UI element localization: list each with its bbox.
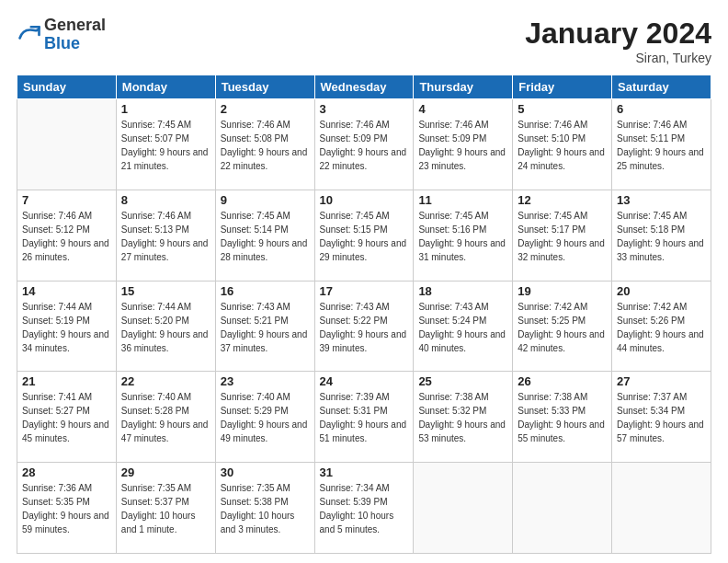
sunset-text: Sunset: 5:08 PM bbox=[221, 133, 289, 144]
sunrise-text: Sunrise: 7:42 AM bbox=[518, 302, 587, 312]
sunset-text: Sunset: 5:16 PM bbox=[418, 224, 486, 235]
day-info: Sunrise: 7:42 AM Sunset: 5:26 PM Dayligh… bbox=[617, 300, 706, 355]
sunset-text: Sunset: 5:25 PM bbox=[518, 316, 586, 326]
daylight-text: Daylight: 9 hours and 39 minutes. bbox=[320, 329, 407, 353]
daylight-text: Daylight: 10 hours and 5 minutes. bbox=[320, 511, 394, 534]
day-number: 14 bbox=[22, 284, 111, 298]
sunrise-text: Sunrise: 7:46 AM bbox=[617, 120, 687, 130]
day-info: Sunrise: 7:38 AM Sunset: 5:33 PM Dayligh… bbox=[518, 390, 607, 445]
sunset-text: Sunset: 5:34 PM bbox=[617, 406, 685, 416]
day-number: 18 bbox=[418, 284, 507, 298]
sunrise-text: Sunrise: 7:39 AM bbox=[320, 392, 390, 402]
day-info: Sunrise: 7:45 AM Sunset: 5:17 PM Dayligh… bbox=[518, 209, 607, 264]
sunrise-text: Sunrise: 7:45 AM bbox=[121, 120, 191, 130]
header: General Blue January 2024 Siran, Turkey bbox=[17, 17, 711, 65]
day-info: Sunrise: 7:35 AM Sunset: 5:37 PM Dayligh… bbox=[121, 481, 210, 536]
table-row: 26 Sunrise: 7:38 AM Sunset: 5:33 PM Dayl… bbox=[513, 372, 612, 463]
day-number: 9 bbox=[221, 193, 310, 207]
sunrise-text: Sunrise: 7:43 AM bbox=[320, 302, 390, 312]
day-info: Sunrise: 7:43 AM Sunset: 5:24 PM Dayligh… bbox=[418, 300, 507, 355]
title-block: January 2024 Siran, Turkey bbox=[525, 17, 711, 65]
day-number: 20 bbox=[617, 284, 706, 298]
sunrise-text: Sunrise: 7:34 AM bbox=[320, 483, 390, 493]
sunset-text: Sunset: 5:21 PM bbox=[221, 316, 289, 326]
table-row: 16 Sunrise: 7:43 AM Sunset: 5:21 PM Dayl… bbox=[215, 281, 314, 372]
sunrise-text: Sunrise: 7:46 AM bbox=[221, 120, 290, 130]
table-row: 11 Sunrise: 7:45 AM Sunset: 5:16 PM Dayl… bbox=[414, 190, 513, 281]
table-row: 13 Sunrise: 7:45 AM Sunset: 5:18 PM Dayl… bbox=[612, 190, 711, 281]
day-info: Sunrise: 7:38 AM Sunset: 5:32 PM Dayligh… bbox=[418, 390, 507, 445]
col-monday: Monday bbox=[116, 75, 215, 99]
day-info: Sunrise: 7:46 AM Sunset: 5:13 PM Dayligh… bbox=[121, 209, 210, 264]
daylight-text: Daylight: 9 hours and 36 minutes. bbox=[121, 329, 209, 353]
day-info: Sunrise: 7:45 AM Sunset: 5:07 PM Dayligh… bbox=[121, 118, 210, 173]
table-row: 20 Sunrise: 7:42 AM Sunset: 5:26 PM Dayl… bbox=[612, 281, 711, 372]
day-number: 7 bbox=[22, 193, 111, 207]
day-info: Sunrise: 7:45 AM Sunset: 5:14 PM Dayligh… bbox=[221, 209, 310, 264]
table-row: 29 Sunrise: 7:35 AM Sunset: 5:37 PM Dayl… bbox=[116, 463, 215, 554]
daylight-text: Daylight: 9 hours and 31 minutes. bbox=[418, 238, 506, 262]
calendar-week-row: 1 Sunrise: 7:45 AM Sunset: 5:07 PM Dayli… bbox=[17, 99, 711, 190]
sunrise-text: Sunrise: 7:44 AM bbox=[121, 302, 191, 312]
table-row: 19 Sunrise: 7:42 AM Sunset: 5:25 PM Dayl… bbox=[513, 281, 612, 372]
day-info: Sunrise: 7:46 AM Sunset: 5:11 PM Dayligh… bbox=[617, 118, 706, 173]
col-thursday: Thursday bbox=[414, 75, 513, 99]
sunrise-text: Sunrise: 7:45 AM bbox=[617, 211, 687, 221]
sunrise-text: Sunrise: 7:41 AM bbox=[22, 392, 92, 402]
day-number: 8 bbox=[121, 193, 210, 207]
table-row: 5 Sunrise: 7:46 AM Sunset: 5:10 PM Dayli… bbox=[513, 99, 612, 190]
sunrise-text: Sunrise: 7:45 AM bbox=[221, 211, 290, 221]
sunrise-text: Sunrise: 7:46 AM bbox=[518, 120, 587, 130]
table-row: 31 Sunrise: 7:34 AM Sunset: 5:39 PM Dayl… bbox=[314, 463, 414, 554]
daylight-text: Daylight: 9 hours and 26 minutes. bbox=[22, 238, 109, 262]
day-info: Sunrise: 7:43 AM Sunset: 5:22 PM Dayligh… bbox=[320, 300, 409, 355]
sunrise-text: Sunrise: 7:42 AM bbox=[617, 302, 687, 312]
day-number: 4 bbox=[418, 102, 507, 116]
sunrise-text: Sunrise: 7:46 AM bbox=[22, 211, 92, 221]
daylight-text: Daylight: 9 hours and 33 minutes. bbox=[617, 238, 704, 262]
daylight-text: Daylight: 9 hours and 28 minutes. bbox=[221, 238, 308, 262]
sunrise-text: Sunrise: 7:45 AM bbox=[320, 211, 390, 221]
day-info: Sunrise: 7:46 AM Sunset: 5:08 PM Dayligh… bbox=[221, 118, 310, 173]
day-number: 22 bbox=[121, 374, 210, 388]
table-row: 15 Sunrise: 7:44 AM Sunset: 5:20 PM Dayl… bbox=[116, 281, 215, 372]
daylight-text: Daylight: 9 hours and 47 minutes. bbox=[121, 419, 209, 443]
day-number: 17 bbox=[320, 284, 409, 298]
day-info: Sunrise: 7:46 AM Sunset: 5:10 PM Dayligh… bbox=[518, 118, 607, 173]
table-row bbox=[414, 463, 513, 554]
sunrise-text: Sunrise: 7:46 AM bbox=[418, 120, 488, 130]
day-number: 2 bbox=[221, 102, 310, 116]
sunset-text: Sunset: 5:18 PM bbox=[617, 224, 685, 235]
sunrise-text: Sunrise: 7:46 AM bbox=[121, 211, 191, 221]
daylight-text: Daylight: 9 hours and 22 minutes. bbox=[320, 147, 407, 171]
sunrise-text: Sunrise: 7:45 AM bbox=[518, 211, 587, 221]
calendar-week-row: 21 Sunrise: 7:41 AM Sunset: 5:27 PM Dayl… bbox=[17, 372, 711, 463]
daylight-text: Daylight: 9 hours and 29 minutes. bbox=[320, 238, 407, 262]
table-row: 10 Sunrise: 7:45 AM Sunset: 5:15 PM Dayl… bbox=[314, 190, 414, 281]
sunset-text: Sunset: 5:35 PM bbox=[22, 497, 90, 507]
sunset-text: Sunset: 5:14 PM bbox=[221, 224, 289, 235]
table-row: 21 Sunrise: 7:41 AM Sunset: 5:27 PM Dayl… bbox=[17, 372, 117, 463]
day-info: Sunrise: 7:45 AM Sunset: 5:15 PM Dayligh… bbox=[320, 209, 409, 264]
day-info: Sunrise: 7:40 AM Sunset: 5:29 PM Dayligh… bbox=[221, 390, 310, 445]
sunrise-text: Sunrise: 7:43 AM bbox=[418, 302, 488, 312]
page: General Blue January 2024 Siran, Turkey … bbox=[0, 0, 728, 563]
sunrise-text: Sunrise: 7:35 AM bbox=[221, 483, 290, 493]
sunrise-text: Sunrise: 7:43 AM bbox=[221, 302, 290, 312]
day-info: Sunrise: 7:44 AM Sunset: 5:20 PM Dayligh… bbox=[121, 300, 210, 355]
logo-icon bbox=[17, 22, 42, 48]
calendar-week-row: 28 Sunrise: 7:36 AM Sunset: 5:35 PM Dayl… bbox=[17, 463, 711, 554]
day-info: Sunrise: 7:41 AM Sunset: 5:27 PM Dayligh… bbox=[22, 390, 111, 445]
sunset-text: Sunset: 5:29 PM bbox=[221, 406, 289, 416]
sunrise-text: Sunrise: 7:44 AM bbox=[22, 302, 92, 312]
daylight-text: Daylight: 9 hours and 49 minutes. bbox=[221, 419, 308, 443]
day-info: Sunrise: 7:45 AM Sunset: 5:16 PM Dayligh… bbox=[418, 209, 507, 264]
sunset-text: Sunset: 5:09 PM bbox=[418, 133, 486, 144]
day-number: 12 bbox=[518, 193, 607, 207]
daylight-text: Daylight: 9 hours and 25 minutes. bbox=[617, 147, 704, 171]
daylight-text: Daylight: 9 hours and 51 minutes. bbox=[320, 419, 407, 443]
day-number: 1 bbox=[121, 102, 210, 116]
sunset-text: Sunset: 5:38 PM bbox=[221, 497, 289, 507]
sunset-text: Sunset: 5:31 PM bbox=[320, 406, 388, 416]
day-info: Sunrise: 7:36 AM Sunset: 5:35 PM Dayligh… bbox=[22, 481, 111, 536]
